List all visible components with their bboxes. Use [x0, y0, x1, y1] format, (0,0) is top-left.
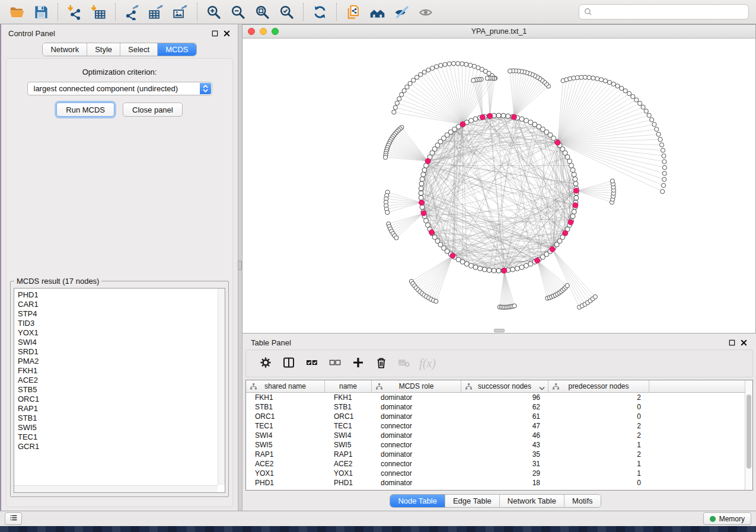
mcds-result-node[interactable]: STP4: [18, 309, 225, 319]
open-file-icon: [9, 4, 25, 20]
zoom-fit-button[interactable]: [250, 1, 275, 23]
mcds-result-node[interactable]: TEC1: [18, 432, 225, 442]
table-row[interactable]: YOX1YOX1connector291: [246, 469, 752, 478]
network-canvas[interactable]: [243, 39, 755, 333]
first-neighbors-button[interactable]: [365, 1, 390, 23]
task-history-button[interactable]: [5, 512, 22, 525]
column-label: shared name: [264, 382, 306, 390]
column-header-predecessor-nodes[interactable]: predecessor nodes: [548, 380, 649, 392]
table-row[interactable]: RAP1RAP1dominator352: [246, 450, 752, 459]
search-input[interactable]: [579, 4, 749, 20]
table-row[interactable]: ACE2ACE2connector311: [246, 459, 752, 469]
zoom-in-button[interactable]: [202, 1, 226, 23]
table-panel-close-button[interactable]: [739, 338, 749, 348]
hide-selected-button[interactable]: [390, 1, 414, 23]
function-builder-button: f(x): [416, 352, 439, 375]
export-image-button[interactable]: [168, 1, 193, 23]
table-row[interactable]: FKH1FKH1dominator962: [246, 393, 752, 402]
tab-node-table[interactable]: Node Table: [390, 495, 445, 507]
save-session-button[interactable]: [29, 1, 53, 23]
table-row[interactable]: SWI5SWI5connector431: [246, 440, 752, 450]
table-row[interactable]: SWI4SWI4dominator462: [246, 431, 752, 440]
tab-style[interactable]: Style: [87, 43, 120, 56]
column-header-shared-name[interactable]: shared name: [246, 380, 325, 392]
maximize-window-icon[interactable]: [272, 28, 279, 35]
zoom-selected-button[interactable]: [275, 1, 299, 23]
mcds-result-list[interactable]: PHD1CAR1STP4TID3YOX1SWI4SRD1PMA2FKH1ACE2…: [14, 288, 225, 493]
mcds-result-node[interactable]: PMA2: [18, 357, 225, 366]
add-column-button[interactable]: [347, 352, 369, 375]
table-row[interactable]: STB1STB1dominator620: [246, 402, 752, 412]
run-mcds-button[interactable]: Run MCDS: [56, 102, 114, 117]
cell-successor-nodes: 61: [461, 412, 548, 421]
refresh-icon: [312, 4, 328, 20]
cell-MCDS-role: connector: [372, 421, 461, 431]
mcds-result-node[interactable]: GCR1: [18, 442, 225, 451]
control-panel-tabbar: NetworkStyleSelectMCDS: [42, 43, 196, 56]
deselect-all-button[interactable]: [324, 352, 346, 375]
column-label: successor nodes: [478, 382, 531, 390]
refresh-button[interactable]: [308, 1, 332, 23]
table-vertical-scrollbar[interactable]: [745, 380, 752, 490]
mcds-result-node[interactable]: CAR1: [18, 300, 225, 309]
cell-predecessor-nodes: 1: [548, 440, 649, 450]
import-table-button[interactable]: [87, 1, 111, 23]
criterion-dropdown[interactable]: largest connected component (undirected): [27, 82, 212, 95]
tab-network[interactable]: Network: [43, 43, 87, 56]
table-scrollbar-thumb[interactable]: [747, 395, 751, 469]
result-vertical-scrollbar[interactable]: [218, 289, 225, 485]
mcds-result-node[interactable]: PHD1: [18, 290, 225, 300]
mcds-result-node[interactable]: RAP1: [18, 404, 225, 414]
tab-motifs[interactable]: Motifs: [564, 495, 601, 507]
column-header-name[interactable]: name: [325, 380, 372, 392]
mcds-result-node[interactable]: ORC1: [18, 395, 225, 404]
import-table-icon: [91, 4, 107, 20]
table-row[interactable]: TEC1TEC1connector472: [246, 421, 752, 431]
cell-successor-nodes: 31: [461, 459, 548, 469]
tab-network-table[interactable]: Network Table: [499, 495, 564, 507]
minimize-window-icon[interactable]: [260, 28, 267, 35]
close-panel-button[interactable]: Close panel: [123, 102, 183, 117]
mcds-result-node[interactable]: SWI4: [18, 338, 225, 347]
cell-MCDS-role: dominator: [372, 450, 461, 459]
select-all-button[interactable]: [301, 352, 323, 375]
mcds-result-node[interactable]: TID3: [18, 319, 225, 328]
cell-successor-nodes: 35: [461, 450, 548, 459]
table-panel-float-button[interactable]: [727, 338, 737, 348]
mcds-result-node[interactable]: ACE2: [18, 376, 225, 385]
control-panel-close-button[interactable]: [222, 28, 232, 39]
close-window-icon[interactable]: [248, 28, 255, 35]
mcds-result-title: MCDS result (17 nodes): [14, 277, 101, 286]
vertical-splitter-handle[interactable]: [238, 261, 242, 270]
result-horizontal-scrollbar[interactable]: [14, 485, 218, 492]
network-graph[interactable]: [243, 39, 756, 334]
import-network-button[interactable]: [62, 1, 87, 23]
column-header-successor-nodes[interactable]: successor nodes: [461, 380, 548, 392]
show-all-button[interactable]: [414, 1, 438, 23]
tab-mcds[interactable]: MCDS: [157, 43, 196, 56]
memory-button[interactable]: Memory: [703, 512, 751, 525]
delete-column-button[interactable]: [370, 352, 393, 375]
column-header-MCDS-role[interactable]: MCDS role: [372, 380, 461, 392]
mcds-result-node[interactable]: FKH1: [18, 366, 225, 376]
zoom-selected-icon: [279, 4, 295, 20]
duplicate-network-button[interactable]: [341, 1, 365, 23]
horizontal-splitter-handle[interactable]: [494, 329, 505, 332]
tab-edge-table[interactable]: Edge Table: [445, 495, 499, 507]
mcds-result-node[interactable]: YOX1: [18, 328, 225, 338]
table-row[interactable]: ORC1ORC1dominator610: [246, 412, 752, 421]
table-row[interactable]: PHD1PHD1dominator180: [246, 478, 752, 488]
control-panel-float-button[interactable]: [210, 28, 220, 39]
export-table-button[interactable]: [144, 1, 168, 23]
mcds-result-node[interactable]: SWI5: [18, 423, 225, 432]
open-file-button[interactable]: [5, 1, 29, 23]
table-options-gear-button[interactable]: [254, 352, 277, 375]
mcds-result-node[interactable]: SRD1: [18, 347, 225, 357]
show-columns-button[interactable]: [277, 352, 300, 375]
export-network-button[interactable]: [120, 1, 144, 23]
tab-select[interactable]: Select: [120, 43, 157, 56]
zoom-out-button[interactable]: [226, 1, 250, 23]
mcds-result-node[interactable]: STB5: [18, 385, 225, 395]
mcds-result-node[interactable]: STB1: [18, 414, 225, 423]
first-neighbors-icon: [369, 4, 385, 20]
